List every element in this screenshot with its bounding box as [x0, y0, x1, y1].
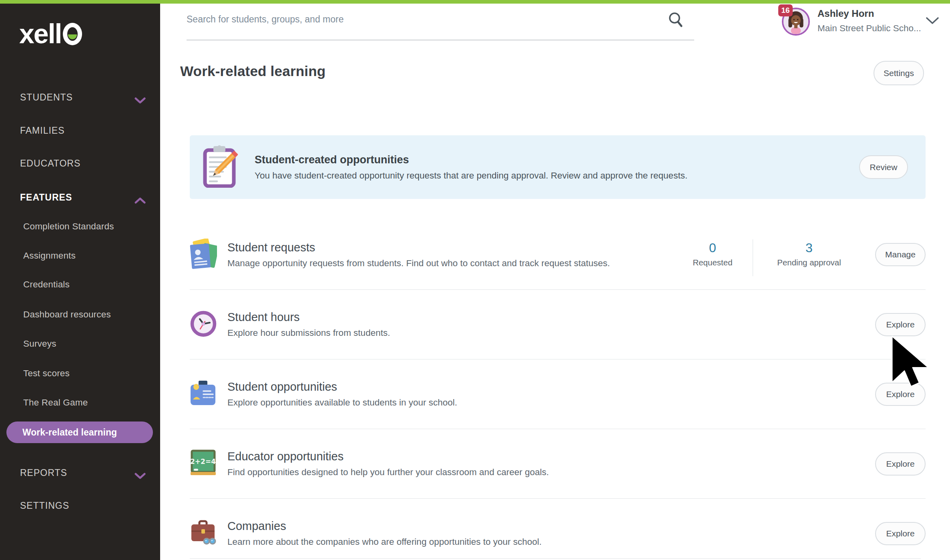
- sidebar-label: EDUCATORS: [20, 158, 80, 169]
- row-title: Student opportunities: [227, 380, 457, 393]
- row-student-opportunities: Student opportunities Explore opportunit…: [190, 359, 926, 429]
- row-companies: Companies Learn more about the companies…: [190, 498, 926, 560]
- chevron-down-icon: [135, 470, 146, 482]
- stat-label: Requested: [683, 258, 743, 267]
- id-badge-icon: [190, 380, 217, 408]
- manage-button[interactable]: Manage: [875, 243, 926, 266]
- sidebar-item-work-related-learning-active[interactable]: Work-related learning: [6, 422, 153, 443]
- row-student-requests: Student requests Manage opportunity requ…: [190, 220, 926, 289]
- row-title: Educator opportunities: [227, 450, 549, 463]
- sidebar-label: STUDENTS: [20, 92, 73, 102]
- sidebar-label: REPORTS: [20, 468, 67, 478]
- sidebar-item-test-scores[interactable]: Test scores: [23, 367, 148, 379]
- row-title: Student requests: [227, 241, 610, 254]
- sidebar-item-families[interactable]: FAMILIES: [20, 124, 148, 136]
- row-title: Companies: [227, 520, 542, 533]
- settings-button[interactable]: Settings: [874, 61, 924, 85]
- sidebar-item-educators[interactable]: EDUCATORS: [20, 157, 148, 169]
- briefcase-binoculars-icon: [190, 519, 217, 548]
- sidebar-item-reports[interactable]: REPORTS: [20, 467, 148, 479]
- row-description: Find opportunities designed to help you …: [227, 467, 549, 478]
- chalkboard-icon: 2+2=4: [190, 449, 217, 479]
- search-underline: [187, 40, 694, 40]
- row-description: Manage opportunity requests from student…: [227, 258, 610, 269]
- search-icon[interactable]: [666, 10, 685, 30]
- sidebar-label: Credentials: [23, 279, 70, 289]
- sidebar-item-dashboard-resources[interactable]: Dashboard resources: [23, 309, 148, 321]
- user-menu-chevron-down-icon[interactable]: [926, 17, 939, 26]
- sidebar-item-completion-standards[interactable]: Completion Standards: [23, 221, 148, 233]
- explore-companies-button[interactable]: Explore: [875, 522, 926, 545]
- row-text: Student hours Explore hour submissions f…: [227, 311, 390, 338]
- explore-student-opportunities-button[interactable]: Explore: [875, 383, 926, 406]
- banner-description: You have student-created opportunity req…: [255, 171, 687, 181]
- user-organization: Main Street Public Scho...: [817, 23, 921, 34]
- xello-o-icon: [63, 23, 82, 45]
- sidebar-item-credentials[interactable]: Credentials: [23, 279, 148, 291]
- sidebar-item-students[interactable]: STUDENTS: [20, 91, 148, 103]
- stat-pending-approval: 3 Pending approval: [763, 241, 855, 267]
- smile-shape: [68, 34, 77, 39]
- row-title: Student hours: [227, 311, 390, 324]
- sidebar-item-assignments[interactable]: Assignments: [23, 250, 148, 262]
- banner-title: Student-created opportunities: [255, 154, 687, 166]
- sidebar-label: FAMILIES: [20, 125, 65, 136]
- sidebar-item-features[interactable]: FEATURES: [20, 191, 148, 203]
- sidebar-label: FEATURES: [20, 192, 72, 203]
- stats-divider: [753, 239, 753, 276]
- sidebar-item-settings[interactable]: SETTINGS: [20, 500, 148, 512]
- sidebar-label: Assignments: [23, 251, 76, 261]
- row-description: Explore hour submissions from students.: [227, 328, 390, 338]
- row-student-hours: Student hours Explore hour submissions f…: [190, 289, 926, 359]
- notification-badge[interactable]: 16: [778, 4, 793, 16]
- stat-label: Pending approval: [763, 258, 855, 267]
- chevron-up-icon: [135, 195, 146, 207]
- svg-text:2+2=4: 2+2=4: [190, 458, 216, 466]
- chevron-down-icon: [135, 94, 146, 106]
- sidebar-label: Completion Standards: [23, 221, 114, 231]
- review-button[interactable]: Review: [859, 155, 908, 179]
- sidebar-label: Work-related learning: [22, 427, 117, 438]
- sidebar-label: SETTINGS: [20, 500, 69, 511]
- row-description: Explore opportunities available to stude…: [227, 397, 457, 408]
- row-description: Learn more about the companies who are o…: [227, 537, 542, 547]
- sidebar-label: The Real Game: [23, 397, 88, 407]
- row-text: Student requests Manage opportunity requ…: [227, 241, 610, 269]
- row-text: Companies Learn more about the companies…: [227, 520, 542, 547]
- stat-requested: 0 Requested: [683, 241, 743, 267]
- search-input[interactable]: [187, 10, 627, 28]
- stacked-cards-icon: [190, 239, 217, 271]
- sidebar: xell STUDENTS FAMILIES EDUCATORS FEATURE…: [0, 4, 160, 560]
- explore-educator-opportunities-button[interactable]: Explore: [875, 452, 926, 476]
- logo-text: xell: [19, 23, 61, 45]
- row-text: Student opportunities Explore opportunit…: [227, 380, 457, 408]
- stat-value: 3: [763, 241, 855, 255]
- explore-student-hours-button[interactable]: Explore: [875, 313, 926, 336]
- row-divider: [190, 558, 921, 559]
- page-title: Work-related learning: [180, 63, 325, 79]
- clipboard-pencil-icon: [201, 145, 241, 189]
- sidebar-label: Test scores: [23, 368, 70, 378]
- row-text: Educator opportunities Find opportunitie…: [227, 450, 549, 478]
- banner-text: Student-created opportunities You have s…: [255, 154, 687, 181]
- sidebar-item-surveys[interactable]: Surveys: [23, 338, 148, 350]
- sidebar-label: Surveys: [23, 339, 56, 349]
- user-name[interactable]: Ashley Horn: [817, 8, 874, 19]
- clock-icon: [190, 310, 217, 339]
- brand-top-bar: [0, 0, 950, 4]
- student-created-opportunities-banner: Student-created opportunities You have s…: [190, 135, 926, 199]
- student-requests-stats: 0 Requested 3 Pending approval: [683, 241, 855, 278]
- xello-logo[interactable]: xell: [19, 23, 82, 45]
- stat-value: 0: [683, 241, 743, 255]
- sidebar-label: Dashboard resources: [23, 309, 111, 319]
- row-educator-opportunities: 2+2=4 Educator opportunities Find opport…: [190, 429, 926, 498]
- sidebar-item-the-real-game[interactable]: The Real Game: [23, 397, 148, 409]
